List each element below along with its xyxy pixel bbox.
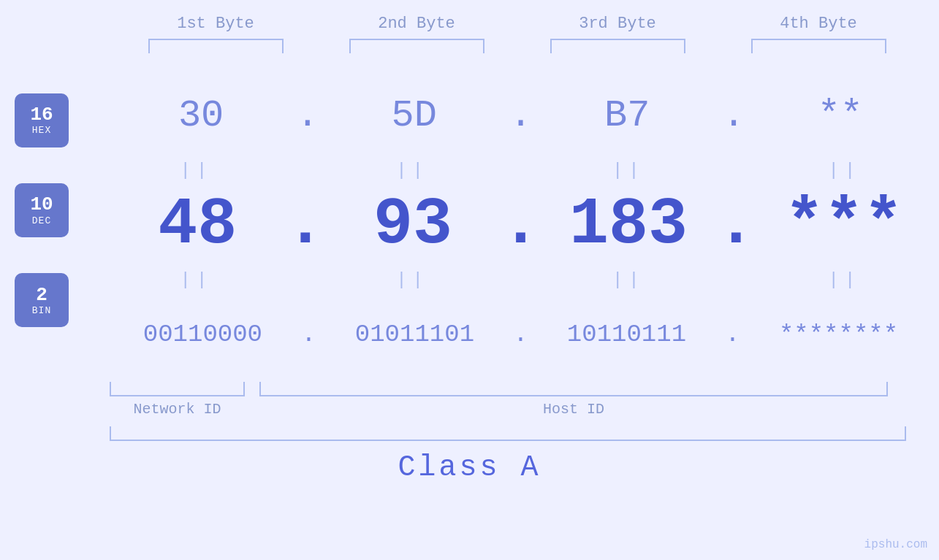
dec-cell-3: 183: [548, 188, 709, 262]
header-byte1: 1st Byte: [135, 15, 296, 33]
bracket-host: [259, 382, 888, 396]
eq2-2: ||: [332, 270, 493, 290]
bin-badge-label: BIN: [32, 305, 51, 316]
eq1-3: ||: [548, 161, 709, 180]
bin-cell-2: 01011101: [334, 321, 495, 348]
bin-row: 00110000 . 01011101 . 10110111 . *******…: [102, 294, 939, 375]
hex-cell-3: B7: [547, 94, 707, 137]
network-id-label: Network ID: [110, 401, 245, 418]
eq2-3: ||: [548, 270, 709, 290]
hex-cell-4: **: [760, 94, 921, 137]
bin-dot-1: .: [301, 321, 316, 348]
bin-cell-3: 10110111: [546, 321, 707, 348]
dec-value-4: ***: [785, 188, 903, 262]
eq1-4: ||: [764, 161, 925, 180]
main-content: 16 HEX 10 DEC 2 BIN 30 . 5D: [0, 75, 939, 375]
bracket-top-4: [751, 39, 886, 53]
eq2-4: ||: [764, 270, 925, 290]
dec-dot-3: .: [716, 188, 756, 262]
hex-badge: 16 HEX: [15, 93, 69, 147]
hex-badge-label: HEX: [32, 125, 51, 136]
bin-value-4: ********: [779, 321, 898, 348]
class-label: Class A: [0, 451, 939, 484]
bracket-top-1: [148, 39, 284, 53]
hex-dot-1: .: [296, 94, 319, 137]
bin-badge-number: 2: [36, 285, 47, 306]
equals-row-1: || || || ||: [102, 156, 939, 185]
outer-bracket: [110, 426, 906, 441]
hex-cell-2: 5D: [334, 94, 495, 137]
main-container: 1st Byte 2nd Byte 3rd Byte 4th Byte 16 H…: [0, 0, 939, 560]
dec-cell-4: ***: [764, 188, 924, 262]
host-id-label: Host ID: [259, 401, 888, 418]
dec-dot-1: .: [286, 188, 325, 262]
watermark: ipshu.com: [864, 538, 927, 551]
hex-badge-number: 16: [30, 104, 53, 126]
header-byte2: 2nd Byte: [336, 15, 497, 33]
bin-dot-2: .: [513, 321, 528, 348]
bottom-section: Network ID Host ID Class A: [0, 382, 939, 484]
eq1-1: ||: [116, 161, 277, 180]
bin-value-1: 00110000: [143, 321, 262, 348]
hex-cell-1: 30: [121, 94, 281, 137]
eq1-2: ||: [332, 161, 493, 180]
hex-dot-3: .: [722, 94, 745, 137]
dec-value-2: 93: [373, 188, 452, 262]
dec-cell-1: 48: [117, 188, 278, 262]
data-grid: 30 . 5D . B7 . ** || ||: [102, 75, 939, 375]
equals-row-2: || || || ||: [102, 265, 939, 294]
top-brackets: [115, 39, 919, 53]
dec-value-1: 48: [158, 188, 237, 262]
eq2-1: ||: [116, 270, 277, 290]
header-byte3: 3rd Byte: [537, 15, 698, 33]
dec-badge: 10 DEC: [15, 183, 69, 237]
hex-value-1: 30: [178, 94, 224, 137]
hex-dot-2: .: [509, 94, 532, 137]
dec-badge-label: DEC: [32, 215, 51, 226]
bracket-network: [110, 382, 245, 396]
hex-value-2: 5D: [391, 94, 436, 137]
dec-row: 48 . 93 . 183 . ***: [102, 185, 939, 265]
bin-cell-4: ********: [759, 321, 919, 348]
dec-badge-number: 10: [30, 194, 53, 215]
bin-value-3: 10110111: [567, 321, 686, 348]
header-byte4: 4th Byte: [738, 15, 899, 33]
bracket-top-2: [349, 39, 484, 53]
dec-dot-2: .: [501, 188, 540, 262]
bracket-top-3: [550, 39, 685, 53]
bin-cell-1: 00110000: [122, 321, 283, 348]
bin-value-2: 01011101: [355, 321, 474, 348]
bin-badge: 2 BIN: [15, 273, 69, 327]
hex-value-3: B7: [604, 94, 650, 137]
hex-row: 30 . 5D . B7 . **: [102, 75, 939, 156]
dec-value-3: 183: [569, 188, 688, 262]
dec-cell-2: 93: [332, 188, 493, 262]
byte-headers: 1st Byte 2nd Byte 3rd Byte 4th Byte: [115, 15, 919, 33]
bin-dot-3: .: [725, 321, 740, 348]
hex-value-4: **: [818, 94, 863, 137]
badges-column: 16 HEX 10 DEC 2 BIN: [0, 75, 102, 345]
